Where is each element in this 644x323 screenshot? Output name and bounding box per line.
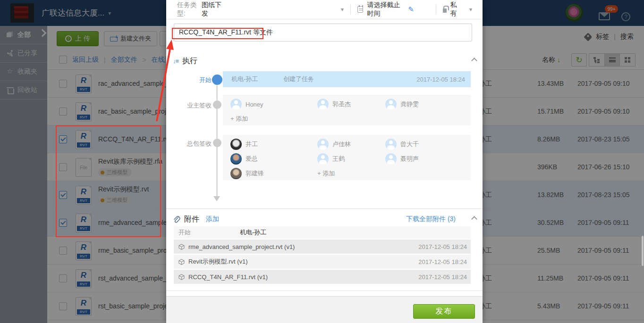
task-type-label: 任务类型: [177, 1, 200, 18]
stage-contractor-dot [213, 139, 221, 147]
stage-column: 开始 [178, 228, 240, 237]
participant-name: 卢佳林 [332, 140, 351, 149]
attachment-row[interactable]: Revit示例模型.rvt (v1) 2017-12-05 18:24 [174, 255, 471, 269]
model-cube-icon [178, 259, 185, 265]
dialog-footer: 发布 [166, 296, 483, 323]
participant[interactable]: 聂明声 [385, 153, 471, 165]
timeline-arrow-icon [213, 196, 220, 201]
task-type-caret-icon[interactable]: ▾ [341, 6, 344, 13]
attachments-table-header: 开始 机电-孙工 [174, 226, 471, 239]
privacy-select[interactable]: 私有 [450, 1, 461, 18]
execution-section-header: ↓≡ 执行 [173, 55, 465, 67]
participant[interactable]: + 添加 [230, 113, 317, 125]
divider [436, 4, 436, 15]
participant-name: 郭圣杰 [332, 100, 351, 108]
attachment-row[interactable]: RCCQ_T4N_AR_F11.rvt (v1) 2017-12-05 18:2… [174, 270, 471, 284]
stage-start-dot [212, 75, 222, 85]
start-actor: 机电-孙工 [231, 75, 283, 83]
participant-name: 曾大千 [400, 140, 419, 149]
privacy-caret-icon[interactable]: ▾ [469, 6, 472, 13]
download-all-link[interactable]: 下载全部附件 (3) [406, 215, 456, 224]
attachment-name[interactable]: Revit示例模型.rvt (v1) [188, 257, 248, 266]
add-attachment-link[interactable]: 添加 [206, 215, 219, 224]
participant[interactable]: 王鹤 [317, 153, 385, 165]
edit-pencil-icon[interactable]: ✎ [408, 5, 414, 14]
participant-avatar [230, 99, 242, 110]
task-dialog-header: 任务类型: 图纸下发 ▾ 请选择截止时间 ✎ 私有 ▾ [166, 0, 483, 19]
start-time: 2017-12-05 18:24 [416, 76, 465, 83]
execution-title: 执行 [182, 56, 197, 66]
stage-owner-label: 业主签收 [174, 101, 212, 110]
participant[interactable]: 郭圣杰 [317, 98, 385, 110]
owner-signees-box: Honey 郭圣杰 龚静雯 + 添加 [223, 95, 471, 125]
model-cube-icon [178, 274, 185, 280]
task-title-text: RCCQ_T4N_AR_F11.rvt 等文件 [179, 28, 273, 37]
participant-name: 郭建锋 [246, 169, 264, 178]
lock-icon [443, 8, 447, 13]
publish-button[interactable]: 发布 [413, 304, 475, 319]
participant-name: Honey [246, 101, 263, 108]
participant-avatar [385, 99, 397, 110]
collapse-chevron-icon[interactable] [471, 58, 477, 64]
participant-avatar [317, 153, 329, 165]
start-event-row: 机电-孙工 创建了任务 2017-12-05 18:24 [223, 71, 471, 87]
task-title-input[interactable]: RCCQ_T4N_AR_F11.rvt 等文件 [174, 24, 472, 41]
attachment-time: 2017-12-05 18:24 [418, 243, 467, 250]
divider [166, 290, 483, 291]
participant[interactable]: 曾大千 [385, 138, 471, 150]
execution-flow-icon: ↓≡ [173, 58, 178, 65]
attachment-row[interactable]: rme_advanced_sample_project.rvt (v1) 201… [174, 240, 471, 254]
collapse-chevron-icon[interactable] [471, 216, 477, 222]
attachments-table: 开始 机电-孙工 rme_advanced_sample_project.rvt… [174, 226, 471, 284]
participant[interactable]: 卢佳林 [317, 138, 385, 150]
participant-avatar [230, 139, 242, 150]
participant-avatar [385, 153, 397, 165]
participant[interactable]: Honey [230, 98, 317, 110]
participant-name: + 添加 [317, 169, 335, 178]
participant[interactable]: 郭建锋 [230, 167, 317, 180]
actor-column: 机电-孙工 [240, 228, 266, 237]
stage-start-label: 开始 [174, 76, 212, 84]
participant-avatar [317, 99, 329, 110]
deadline-field[interactable]: 请选择截止时间 [367, 1, 404, 18]
app-window: 广联达信息大厦... ▾ 99+ ? 全部 已分享 收藏夹 回收站 [0, 0, 644, 323]
attachment-name[interactable]: RCCQ_T4N_AR_F11.rvt (v1) [188, 273, 268, 281]
attachments-title: 附件 [184, 215, 199, 224]
divider [166, 208, 483, 209]
participant[interactable]: 龚静雯 [385, 98, 471, 110]
start-action: 创建了任务 [283, 75, 314, 83]
participant-name: 龚静雯 [400, 100, 419, 108]
participant-avatar [230, 153, 242, 165]
attachment-time: 2017-12-05 18:24 [418, 258, 467, 265]
task-type-value[interactable]: 图纸下发 [202, 1, 223, 18]
divider [350, 4, 351, 15]
participant[interactable]: + 添加 [317, 167, 385, 180]
model-cube-icon [178, 244, 185, 250]
paperclip-icon [173, 215, 180, 224]
participant-name: 爱总 [246, 155, 258, 163]
page-scrollbar[interactable] [642, 236, 644, 266]
attachment-time: 2017-12-05 18:24 [418, 273, 467, 281]
attachments-section-header: 附件 添加 下载全部附件 (3) [173, 213, 465, 225]
task-dialog: 任务类型: 图纸下发 ▾ 请选择截止时间 ✎ 私有 ▾ RCCQ_T4N_AR_… [166, 0, 483, 323]
participant-avatar [385, 139, 397, 150]
participant-name: 聂明声 [400, 155, 419, 163]
participant[interactable]: 爱总 [230, 153, 317, 165]
contractor-signees-box: 井工 卢佳林 曾大千 爱总 王鹤 聂明声 [223, 135, 471, 180]
calendar-icon [357, 6, 363, 13]
participant-avatar [317, 139, 329, 150]
attachment-name[interactable]: rme_advanced_sample_project.rvt (v1) [188, 243, 295, 250]
stage-contractor-label: 总包签收 [174, 140, 212, 148]
participant-name: 王鹤 [332, 155, 345, 163]
participant[interactable]: 井工 [230, 138, 317, 150]
participant-avatar [230, 168, 242, 179]
participant-name: + 添加 [230, 115, 248, 123]
stage-owner-dot [213, 100, 221, 109]
divider [166, 19, 483, 19]
participant-name: 井工 [246, 140, 258, 149]
